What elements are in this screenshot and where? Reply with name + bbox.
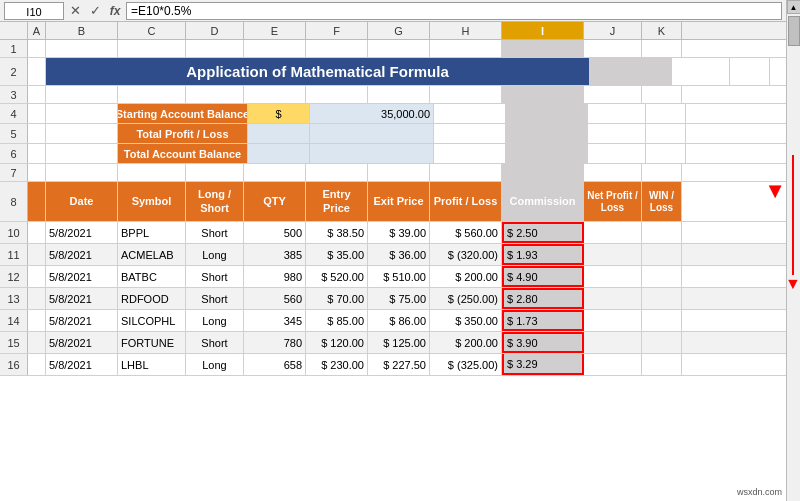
col-header-h[interactable]: H	[430, 22, 502, 39]
col-header-e[interactable]: E	[244, 22, 306, 39]
cell-a10[interactable]	[28, 222, 46, 243]
cell-f10[interactable]: $ 38.50	[306, 222, 368, 243]
cell-c6[interactable]: Total Account Balance	[118, 144, 248, 163]
col-header-i[interactable]: I	[502, 22, 584, 39]
cell-b4[interactable]	[46, 104, 118, 123]
cell-e4[interactable]: $	[248, 104, 310, 123]
cell-j14[interactable]	[584, 310, 642, 331]
cell-i2[interactable]	[590, 58, 672, 85]
cell-a4[interactable]	[28, 104, 46, 123]
cell-j2[interactable]	[672, 58, 730, 85]
cell-f3[interactable]	[306, 86, 368, 103]
cell-h16[interactable]: $ (325.00)	[430, 354, 502, 375]
cell-f15[interactable]: $ 120.00	[306, 332, 368, 353]
col-header-c[interactable]: C	[118, 22, 186, 39]
scroll-up-arrow[interactable]: ▲	[787, 0, 801, 14]
cell-a16[interactable]	[28, 354, 46, 375]
cell-j4[interactable]	[588, 104, 646, 123]
cell-a14[interactable]	[28, 310, 46, 331]
cell-f11[interactable]: $ 35.00	[306, 244, 368, 265]
cell-b16[interactable]: 5/8/2021	[46, 354, 118, 375]
cell-f6[interactable]	[310, 144, 434, 163]
cell-f1[interactable]	[306, 40, 368, 57]
cell-b1[interactable]	[46, 40, 118, 57]
cell-g7[interactable]	[368, 164, 430, 181]
cell-f14[interactable]: $ 85.00	[306, 310, 368, 331]
cell-i14[interactable]: $ 1.73	[502, 310, 584, 331]
cell-h7[interactable]	[430, 164, 502, 181]
col-header-j[interactable]: J	[584, 22, 642, 39]
cell-k15[interactable]	[642, 332, 682, 353]
cell-g3[interactable]	[368, 86, 430, 103]
col-header-g[interactable]: G	[368, 22, 430, 39]
cell-a2[interactable]	[28, 58, 46, 85]
cell-d11[interactable]: Long	[186, 244, 244, 265]
cell-c1[interactable]	[118, 40, 186, 57]
cell-j11[interactable]	[584, 244, 642, 265]
scroll-thumb[interactable]	[788, 16, 800, 46]
cell-h11[interactable]: $ (320.00)	[430, 244, 502, 265]
cell-h1[interactable]	[430, 40, 502, 57]
cell-j12[interactable]	[584, 266, 642, 287]
cell-k13[interactable]	[642, 288, 682, 309]
cell-d16[interactable]: Long	[186, 354, 244, 375]
cell-a13[interactable]	[28, 288, 46, 309]
cell-k16[interactable]	[642, 354, 682, 375]
cell-f13[interactable]: $ 70.00	[306, 288, 368, 309]
cell-c13[interactable]: RDFOOD	[118, 288, 186, 309]
cell-k7[interactable]	[642, 164, 682, 181]
cell-g13[interactable]: $ 75.00	[368, 288, 430, 309]
cell-k12[interactable]	[642, 266, 682, 287]
cancel-btn[interactable]: ✕	[66, 2, 84, 20]
cell-g16[interactable]: $ 227.50	[368, 354, 430, 375]
cell-b3[interactable]	[46, 86, 118, 103]
cell-c5[interactable]: Total Profit / Loss	[118, 124, 248, 143]
cell-i16[interactable]: $ 3.29	[502, 354, 584, 375]
cell-c7[interactable]	[118, 164, 186, 181]
cell-i11[interactable]: $ 1.93	[502, 244, 584, 265]
cell-d12[interactable]: Short	[186, 266, 244, 287]
cell-h13[interactable]: $ (250.00)	[430, 288, 502, 309]
cell-b7[interactable]	[46, 164, 118, 181]
formula-input[interactable]	[126, 2, 782, 20]
cell-e15[interactable]: 780	[244, 332, 306, 353]
cell-h10[interactable]: $ 560.00	[430, 222, 502, 243]
cell-j15[interactable]	[584, 332, 642, 353]
col-header-f[interactable]: F	[306, 22, 368, 39]
cell-g12[interactable]: $ 510.00	[368, 266, 430, 287]
cell-a5[interactable]	[28, 124, 46, 143]
cell-e10[interactable]: 500	[244, 222, 306, 243]
cell-i1[interactable]	[502, 40, 584, 57]
cell-e6[interactable]	[248, 144, 310, 163]
cell-f5[interactable]	[310, 124, 434, 143]
confirm-btn[interactable]: ✓	[86, 2, 104, 20]
cell-k2[interactable]	[730, 58, 770, 85]
cell-a1[interactable]	[28, 40, 46, 57]
col-header-b[interactable]: B	[46, 22, 118, 39]
cell-e16[interactable]: 658	[244, 354, 306, 375]
cell-g11[interactable]: $ 36.00	[368, 244, 430, 265]
name-box[interactable]: I10	[4, 2, 64, 20]
cell-e13[interactable]: 560	[244, 288, 306, 309]
cell-k1[interactable]	[642, 40, 682, 57]
cell-f16[interactable]: $ 230.00	[306, 354, 368, 375]
cell-c10[interactable]: BPPL	[118, 222, 186, 243]
cell-c3[interactable]	[118, 86, 186, 103]
cell-c12[interactable]: BATBC	[118, 266, 186, 287]
cell-e3[interactable]	[244, 86, 306, 103]
cell-c4[interactable]: Starting Account Balance	[118, 104, 248, 123]
cell-a7[interactable]	[28, 164, 46, 181]
cell-c16[interactable]: LHBL	[118, 354, 186, 375]
cell-f12[interactable]: $ 520.00	[306, 266, 368, 287]
cell-h14[interactable]: $ 350.00	[430, 310, 502, 331]
cell-j3[interactable]	[584, 86, 642, 103]
cell-g15[interactable]: $ 125.00	[368, 332, 430, 353]
cell-d1[interactable]	[186, 40, 244, 57]
cell-g1[interactable]	[368, 40, 430, 57]
cell-k11[interactable]	[642, 244, 682, 265]
cell-j5[interactable]	[588, 124, 646, 143]
cell-k14[interactable]	[642, 310, 682, 331]
cell-b13[interactable]: 5/8/2021	[46, 288, 118, 309]
cell-a6[interactable]	[28, 144, 46, 163]
cell-i4[interactable]	[506, 104, 588, 123]
